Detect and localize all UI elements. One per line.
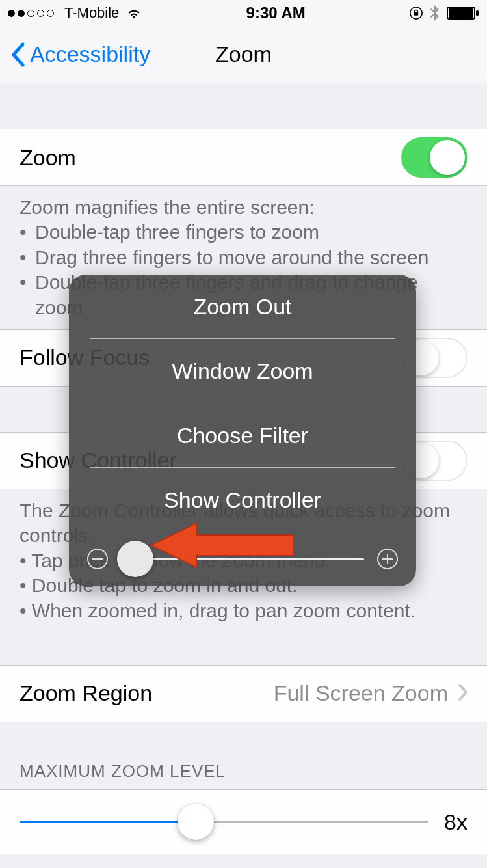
svg-rect-1 (414, 12, 418, 16)
menu-zoom-out[interactable]: Zoom Out (69, 275, 416, 338)
zoom-region-cell[interactable]: Zoom Region Full Screen Zoom (0, 665, 487, 722)
carrier-label: T-Mobile (64, 5, 119, 21)
zoom-desc-bullet-2: Drag three fingers to move around the sc… (35, 245, 428, 270)
nav-bar: Accessibility Zoom (0, 26, 487, 83)
chevron-left-icon (10, 42, 26, 68)
back-label: Accessibility (30, 42, 150, 67)
back-button[interactable]: Accessibility (0, 42, 150, 68)
zoom-toggle-cell[interactable]: Zoom (0, 129, 487, 186)
zoom-region-value: Full Screen Zoom (274, 681, 448, 706)
controller-desc-bullet-3: • When zoomed in, drag to pan zoom conte… (20, 599, 467, 623)
zoom-desc-bullet-1: Double-tap three fingers to zoom (35, 220, 319, 245)
bluetooth-icon (430, 5, 440, 21)
zoom-region-label: Zoom Region (20, 681, 152, 706)
status-bar: T-Mobile 9:30 AM (0, 0, 487, 26)
menu-choose-filter[interactable]: Choose Filter (69, 403, 416, 467)
status-left: T-Mobile (8, 5, 142, 21)
max-zoom-slider-row: 8x (0, 789, 487, 854)
svg-rect-4 (476, 10, 479, 16)
max-zoom-value: 8x (444, 809, 467, 835)
max-zoom-slider-thumb[interactable] (178, 804, 214, 840)
menu-window-zoom[interactable]: Window Zoom (69, 339, 416, 403)
zoom-in-button[interactable] (376, 547, 399, 571)
zoom-out-button[interactable] (86, 547, 109, 571)
zoom-level-slider[interactable] (121, 558, 364, 560)
chevron-right-icon (458, 681, 467, 706)
zoom-menu-popover: Zoom Out Window Zoom Choose Filter Show … (69, 275, 416, 586)
menu-show-controller[interactable]: Show Controller (69, 468, 416, 532)
orientation-lock-icon (409, 6, 423, 20)
status-time: 9:30 AM (246, 4, 306, 22)
zoom-toggle-label: Zoom (20, 145, 76, 170)
zoom-level-slider-row (69, 532, 416, 586)
zoom-toggle-switch[interactable] (401, 137, 467, 178)
zoom-level-slider-thumb[interactable] (117, 541, 153, 577)
wifi-icon (125, 5, 142, 21)
max-zoom-header: MAXIMUM ZOOM LEVEL (0, 761, 487, 789)
max-zoom-slider[interactable] (20, 821, 428, 823)
signal-strength-icon (8, 10, 54, 17)
svg-rect-3 (449, 8, 473, 18)
status-right (409, 5, 479, 21)
zoom-desc-header: Zoom magnifies the entire screen: (20, 195, 467, 220)
battery-icon (447, 5, 479, 21)
